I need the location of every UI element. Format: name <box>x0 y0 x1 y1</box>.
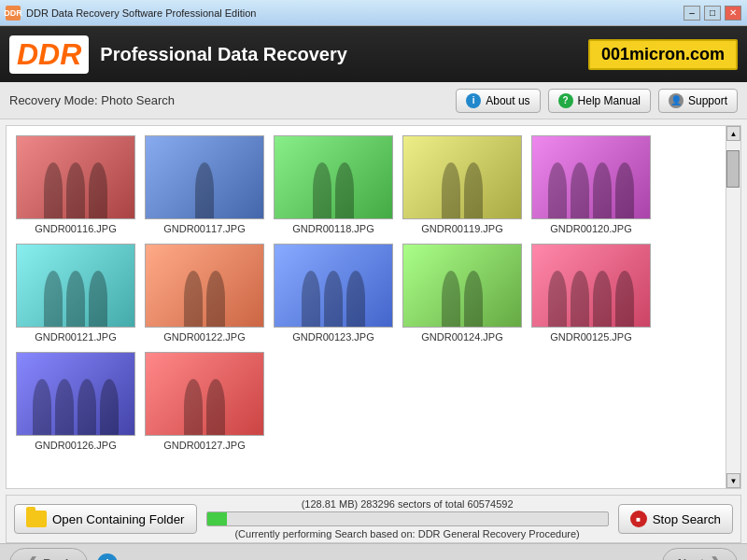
progress-bar-fill <box>207 512 227 525</box>
photo-thumbnail <box>145 352 264 436</box>
scrollbar[interactable]: ▲ ▼ <box>726 126 740 488</box>
progress-info-text: (128.81 MB) 283296 sectors of total 6057… <box>206 498 609 510</box>
photo-item[interactable]: GNDR00120.JPG <box>531 135 651 234</box>
thumb-inner <box>17 353 134 435</box>
toolbar: Recovery Mode: Photo Search i About us ?… <box>0 82 747 119</box>
thumb-inner <box>146 353 263 435</box>
photo-label: GNDR00118.JPG <box>292 223 374 234</box>
photo-thumbnail <box>16 244 135 328</box>
thumb-inner <box>146 136 263 218</box>
photo-thumbnail <box>274 135 393 219</box>
progress-bar <box>206 511 609 526</box>
photo-grid-container: GNDR00116.JPGGNDR00117.JPGGNDR00118.JPGG… <box>6 125 741 489</box>
photo-label: GNDR00125.JPG <box>550 331 631 343</box>
window-title: DDR Data Recovery Software Professional … <box>26 7 684 19</box>
photo-label: GNDR00116.JPG <box>35 223 116 234</box>
help-icon: ? <box>558 93 573 108</box>
photo-thumbnail <box>274 244 393 328</box>
statusbar: Open Containing Folder (128.81 MB) 28329… <box>6 495 741 543</box>
thumb-inner <box>532 245 650 327</box>
open-containing-folder-button[interactable]: Open Containing Folder <box>14 504 197 534</box>
photo-thumbnail <box>402 135 522 219</box>
recovery-mode-label: Recovery Mode: Photo Search <box>9 93 448 107</box>
thumb-inner <box>532 136 650 218</box>
scroll-thumb[interactable] <box>726 150 740 188</box>
photo-item[interactable]: GNDR00118.JPG <box>274 135 393 234</box>
thumb-inner <box>17 136 134 218</box>
scroll-track[interactable] <box>726 141 740 473</box>
titlebar: DDR DDR Data Recovery Software Professio… <box>0 0 747 26</box>
photo-item[interactable]: GNDR00122.JPG <box>145 244 264 343</box>
stop-icon <box>630 511 647 527</box>
scroll-down-arrow[interactable]: ▼ <box>726 473 740 488</box>
photo-item[interactable]: GNDR00126.JPG <box>16 352 135 451</box>
header: DDR Professional Data Recovery 001micron… <box>0 26 747 82</box>
about-us-button[interactable]: i About us <box>456 89 540 113</box>
folder-icon <box>26 511 47 527</box>
photo-label: GNDR00119.JPG <box>421 223 502 234</box>
next-button[interactable]: Next ❯ <box>662 548 738 560</box>
thumb-inner <box>275 245 392 327</box>
photo-item[interactable]: GNDR00121.JPG <box>16 244 135 343</box>
photo-item[interactable]: GNDR00116.JPG <box>16 135 135 234</box>
app-icon: DDR <box>6 6 21 21</box>
photo-label: GNDR00126.JPG <box>35 440 116 451</box>
help-manual-button[interactable]: ? Help Manual <box>548 89 651 113</box>
photo-label: GNDR00117.JPG <box>163 223 245 234</box>
photo-thumbnail <box>16 135 135 219</box>
stop-search-button[interactable]: Stop Search <box>618 504 733 534</box>
photo-label: GNDR00121.JPG <box>35 331 116 343</box>
photo-label: GNDR00124.JPG <box>421 331 502 343</box>
photo-item[interactable]: GNDR00124.JPG <box>402 244 522 343</box>
progress-section: (128.81 MB) 283296 sectors of total 6057… <box>206 498 609 539</box>
photo-grid: GNDR00116.JPGGNDR00117.JPGGNDR00118.JPGG… <box>7 126 726 488</box>
thumb-inner <box>17 245 134 327</box>
scroll-up-arrow[interactable]: ▲ <box>726 126 740 141</box>
photo-thumbnail <box>531 135 651 219</box>
close-button[interactable]: ✕ <box>725 6 741 21</box>
window-controls: – □ ✕ <box>684 6 741 21</box>
photo-label: GNDR00120.JPG <box>550 223 631 234</box>
support-button[interactable]: 👤 Support <box>658 89 738 113</box>
photo-thumbnail <box>531 244 651 328</box>
thumb-inner <box>403 245 521 327</box>
photo-item[interactable]: GNDR00117.JPG <box>145 135 264 234</box>
bottombar: ❮ Back i To Stop recovery, click on 'Sto… <box>0 543 747 560</box>
ddr-logo: DDR <box>9 35 89 74</box>
back-button[interactable]: ❮ Back <box>9 548 88 560</box>
photo-thumbnail <box>16 352 135 436</box>
info-icon: i <box>466 93 481 108</box>
photo-label: GNDR00122.JPG <box>163 331 245 343</box>
photo-thumbnail <box>145 135 264 219</box>
photo-item[interactable]: GNDR00127.JPG <box>145 352 264 451</box>
header-title: Professional Data Recovery <box>100 44 588 65</box>
minimize-button[interactable]: – <box>684 6 700 21</box>
thumb-inner <box>403 136 521 218</box>
thumb-inner <box>146 245 263 327</box>
photo-thumbnail <box>402 244 522 328</box>
progress-sub-text: (Currently performing Search based on: D… <box>206 528 609 539</box>
photo-item[interactable]: GNDR00125.JPG <box>531 244 651 343</box>
photo-label: GNDR00127.JPG <box>163 440 245 451</box>
thumb-inner <box>275 136 392 218</box>
photo-item[interactable]: GNDR00119.JPG <box>402 135 522 234</box>
photo-thumbnail <box>145 244 264 328</box>
next-arrow-icon: ❯ <box>710 554 722 560</box>
bottom-info-icon: i <box>97 553 118 561</box>
photo-item[interactable]: GNDR00123.JPG <box>274 244 393 343</box>
photo-label: GNDR00123.JPG <box>292 331 374 343</box>
back-arrow-icon: ❮ <box>25 554 37 560</box>
bottom-info: i To Stop recovery, click on 'Stop Searc… <box>97 553 653 561</box>
maximize-button[interactable]: □ <box>704 6 721 21</box>
domain-badge: 001micron.com <box>588 39 738 70</box>
support-icon: 👤 <box>669 93 684 108</box>
